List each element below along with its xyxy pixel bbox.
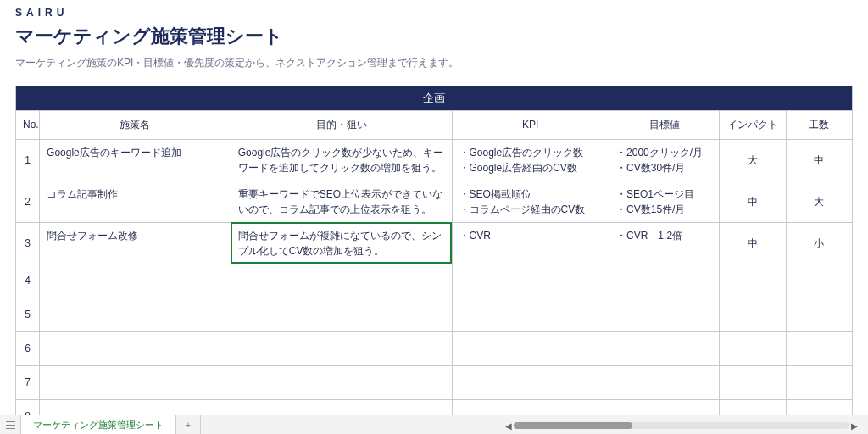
brand-label: SAIRU: [15, 7, 853, 19]
cell-no[interactable]: 4: [16, 264, 40, 298]
cell-target[interactable]: [609, 365, 720, 399]
cell-aim[interactable]: 問合せフォームが複雑になているので、シンプル化してCV数の増加を狙う。: [231, 222, 452, 264]
cell-aim[interactable]: 重要キーワードでSEO上位表示ができていないので、コラム記事での上位表示を狙う。: [231, 181, 452, 222]
cell-name[interactable]: [40, 331, 231, 365]
add-sheet-button[interactable]: +: [176, 415, 201, 434]
table-row: 1Google広告のキーワード追加Google広告のクリック数が少ないため、キー…: [16, 139, 853, 181]
cell-target[interactable]: ・2000クリック/月・CV数30件/月: [609, 139, 720, 181]
cell-aim[interactable]: [231, 399, 452, 415]
sheet-tab-active[interactable]: マーケティング施策管理シート: [21, 415, 176, 434]
page-subtitle: マーケティング施策のKPI・目標値・優先度の策定から、ネクストアクション管理まで…: [15, 56, 853, 70]
cell-impact[interactable]: 中: [720, 181, 786, 222]
col-header-impact[interactable]: インパクト: [720, 110, 786, 139]
table-row: 4: [16, 264, 853, 298]
cell-target[interactable]: [609, 331, 720, 365]
cell-name[interactable]: [40, 264, 231, 298]
cell-name[interactable]: 問合せフォーム改修: [40, 222, 231, 264]
scrollbar-track[interactable]: [514, 422, 849, 429]
cell-kpi[interactable]: ・SEO掲載順位・コラムページ経由のCV数: [452, 181, 609, 222]
cell-target[interactable]: [609, 264, 720, 298]
cell-no[interactable]: 3: [16, 222, 40, 264]
cell-no[interactable]: 7: [16, 365, 40, 399]
cell-name[interactable]: [40, 298, 231, 331]
col-header-target[interactable]: 目標値: [609, 110, 720, 139]
col-header-effort[interactable]: 工数: [786, 110, 852, 139]
cell-aim[interactable]: [231, 365, 452, 399]
horizontal-scrollbar[interactable]: ◀ ▶: [504, 420, 860, 431]
menu-icon: [6, 421, 15, 429]
cell-kpi[interactable]: [452, 399, 609, 415]
scroll-right-icon[interactable]: ▶: [849, 420, 860, 431]
table-row: 3問合せフォーム改修問合せフォームが複雑になているので、シンプル化してCV数の増…: [16, 222, 853, 264]
group-header: 企画: [16, 86, 853, 111]
cell-effort[interactable]: 小: [786, 222, 852, 264]
cell-kpi[interactable]: [452, 298, 609, 331]
cell-kpi[interactable]: ・Google広告のクリック数・Google広告経由のCV数: [452, 139, 609, 181]
cell-impact[interactable]: [720, 264, 786, 298]
table-row: 6: [16, 331, 853, 365]
cell-effort[interactable]: 大: [786, 181, 852, 222]
cell-name[interactable]: [40, 365, 231, 399]
col-header-name[interactable]: 施策名: [40, 110, 231, 139]
cell-aim[interactable]: Google広告のクリック数が少ないため、キーワードを追加してクリック数の増加を…: [231, 139, 452, 181]
cell-no[interactable]: 8: [16, 399, 40, 415]
cell-kpi[interactable]: [452, 331, 609, 365]
cell-impact[interactable]: [720, 399, 786, 415]
scroll-left-icon[interactable]: ◀: [504, 420, 514, 431]
page-title: マーケティング施策管理シート: [15, 24, 853, 49]
cell-name[interactable]: [40, 399, 231, 415]
cell-impact[interactable]: 大: [720, 139, 786, 181]
cell-aim[interactable]: [231, 331, 452, 365]
col-header-kpi[interactable]: KPI: [452, 110, 609, 139]
spreadsheet-table[interactable]: 企画 No. 施策名 目的・狙い KPI 目標値 インパクト 工数 1Googl…: [15, 86, 853, 415]
cell-effort[interactable]: [786, 331, 852, 365]
table-row: 2コラム記事制作重要キーワードでSEO上位表示ができていないので、コラム記事での…: [16, 181, 853, 222]
col-header-no[interactable]: No.: [16, 110, 40, 139]
sheet-tab-bar: マーケティング施策管理シート + ◀ ▶: [0, 415, 868, 434]
cell-impact[interactable]: [720, 365, 786, 399]
cell-impact[interactable]: 中: [720, 222, 786, 264]
col-header-aim[interactable]: 目的・狙い: [231, 110, 452, 139]
cell-no[interactable]: 1: [16, 139, 40, 181]
cell-kpi[interactable]: ・CVR: [452, 222, 609, 264]
cell-aim[interactable]: [231, 298, 452, 331]
cell-target[interactable]: ・SEO1ページ目・CV数15件/月: [609, 181, 720, 222]
scrollbar-thumb[interactable]: [514, 422, 632, 429]
cell-kpi[interactable]: [452, 264, 609, 298]
cell-effort[interactable]: [786, 399, 852, 415]
cell-impact[interactable]: [720, 298, 786, 331]
cell-effort[interactable]: [786, 264, 852, 298]
cell-kpi[interactable]: [452, 365, 609, 399]
cell-aim[interactable]: [231, 264, 452, 298]
cell-no[interactable]: 5: [16, 298, 40, 331]
cell-effort[interactable]: 中: [786, 139, 852, 181]
cell-target[interactable]: [609, 298, 720, 331]
cell-effort[interactable]: [786, 365, 852, 399]
table-row: 5: [16, 298, 853, 331]
cell-impact[interactable]: [720, 331, 786, 365]
cell-target[interactable]: [609, 399, 720, 415]
sheet-list-button[interactable]: [0, 415, 21, 434]
table-row: 7: [16, 365, 853, 399]
cell-effort[interactable]: [786, 298, 852, 331]
cell-no[interactable]: 6: [16, 331, 40, 365]
cell-name[interactable]: Google広告のキーワード追加: [40, 139, 231, 181]
cell-target[interactable]: ・CVR 1.2倍: [609, 222, 720, 264]
cell-name[interactable]: コラム記事制作: [40, 181, 231, 222]
cell-no[interactable]: 2: [16, 181, 40, 222]
table-row: 8: [16, 399, 853, 415]
